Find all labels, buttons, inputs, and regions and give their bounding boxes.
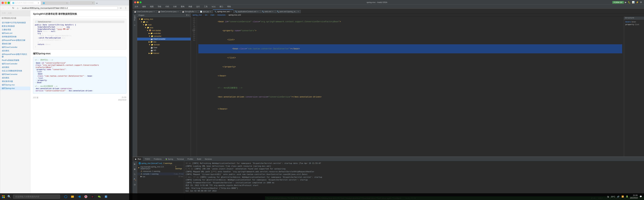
browser-tab-3[interactable]: 测试测试 - つる・平书...+ ✕ bbox=[70, 1, 95, 5]
home-btn[interactable]: ⌂ bbox=[16, 6, 19, 10]
tab-spring-mvc[interactable]: 🔧 spring-mvc.xml ✕ bbox=[213, 9, 234, 13]
tree-settings-btn[interactable]: ⚙ bbox=[186, 14, 188, 16]
nav-link-16[interactable]: 成功测试 bbox=[0, 76, 30, 80]
tab-ajax-jsp[interactable]: 📄 ajax.jsp ✕ bbox=[198, 10, 213, 13]
nav-link-17[interactable]: 测试请求问题 bbox=[0, 80, 30, 83]
browser-tab-2[interactable]: 🌐 localhost:8080/spring_mvc/user... ✕ bbox=[41, 1, 69, 5]
bottom-tab-todo[interactable]: TODO bbox=[143, 157, 152, 161]
menu-window[interactable]: 窗口 bbox=[219, 5, 224, 8]
profile-btn[interactable]: ⚡ bbox=[636, 1, 639, 4]
taskbar-icon-wechat[interactable] bbox=[96, 194, 102, 200]
run-tree-compile[interactable]: ⚠ compile: 1 warning 2 sec, 77 ms bbox=[137, 173, 184, 175]
tree-item-domain[interactable]: ▼ 📁 domain bbox=[137, 43, 191, 46]
taskbar-search-icon[interactable]: 🔍 bbox=[7, 194, 12, 199]
settings-btn[interactable]: ⚙ bbox=[640, 1, 642, 4]
breadcrumb-spring-mvc[interactable]: spring_mvc bbox=[192, 14, 202, 16]
nav-link-1[interactable]: 设计转换中文字乱码的转换器 bbox=[0, 21, 30, 24]
nav-link-10[interactable]: @RequestParam参数不同的注解 bbox=[0, 53, 30, 59]
taskbar-icon-explorer[interactable] bbox=[70, 194, 76, 200]
taskbar-datetime[interactable]: 21:55 2022/4/19 bbox=[630, 194, 638, 199]
tree-item-project[interactable]: ▼ 📁 spring_mvc bbox=[137, 18, 191, 20]
address-bar[interactable] bbox=[20, 6, 118, 9]
menu-vcs[interactable]: VCS bbox=[211, 5, 216, 8]
browser-tab-active[interactable]: 🌐 高马程序员最全SSM框架教程（一... ✕ bbox=[10, 1, 41, 5]
run-tree-resources[interactable]: ⚠ resources: 1 warning bbox=[137, 170, 184, 173]
tree-item-date-converter[interactable]: ☕ DateConverter bbox=[137, 38, 191, 40]
tree-item-main[interactable]: ▼ 📁 main bbox=[137, 23, 191, 26]
tree-item-vo[interactable]: ☕ VO bbox=[137, 49, 191, 52]
tree-item-dao[interactable]: ▶ 📁 dao bbox=[137, 40, 191, 43]
run-btn[interactable]: ▶ bbox=[624, 1, 627, 4]
structure-tab-list[interactable]: list bbox=[635, 24, 639, 26]
reload-btn[interactable]: ↻ bbox=[12, 6, 15, 10]
tab-app-context[interactable]: 🔧 applicationContext.xml ✕ bbox=[234, 10, 260, 13]
build-icon[interactable]: 🔨 bbox=[133, 178, 137, 182]
xml-editor[interactable]: 44 45 46 47 48 49 50 51 52 53 54 55 <bea… bbox=[191, 16, 644, 157]
run-tree-run[interactable]: ▶ run 10 sec bbox=[137, 175, 184, 178]
nav-link-15[interactable]: 编写DateConverter bbox=[0, 73, 30, 76]
menu-analyze[interactable]: 分析 bbox=[172, 5, 178, 8]
menu-navigate[interactable]: 导航 bbox=[157, 5, 162, 8]
breadcrumb-resources[interactable]: resources bbox=[217, 14, 226, 16]
bottom-tab-build[interactable]: Build bbox=[196, 157, 203, 161]
bottom-tab-terminal[interactable]: Terminal bbox=[175, 157, 186, 161]
back-btn[interactable]: ← bbox=[2, 6, 5, 10]
nav-link-12[interactable]: 编写UserController bbox=[0, 62, 30, 66]
run-tree-item-org[interactable]: ▼ org.example:spring_mvc:1.0-SNAPSHOT 2 … bbox=[137, 166, 184, 170]
menu-btn[interactable]: ⋮ bbox=[124, 6, 128, 10]
nav-link-18[interactable]: 编写Spring-mvc bbox=[0, 83, 30, 87]
menu-view[interactable]: 视图 bbox=[149, 5, 154, 8]
nav-link-3[interactable]: 注册处理器 bbox=[0, 28, 30, 31]
nav-link-14[interactable]: 自定义日期数据类型转换 bbox=[0, 69, 30, 73]
nav-link-7[interactable]: 通知给注解 bbox=[0, 42, 30, 45]
nav-link-5[interactable]: 请求数据类型转换 bbox=[0, 35, 30, 38]
menu-build[interactable]: 构建 bbox=[188, 5, 193, 8]
structure-tab-bean[interactable]: bean bbox=[632, 21, 636, 23]
tab-string-buffer[interactable]: ☕ StringBuffer ✕ bbox=[180, 10, 198, 13]
menu-run[interactable]: 运行 bbox=[196, 5, 200, 8]
debug-btn[interactable]: 🐛 bbox=[628, 1, 631, 4]
rerun-icon[interactable]: ↻ bbox=[133, 172, 136, 176]
browser-max-btn[interactable] bbox=[8, 2, 10, 4]
new-tab-btn[interactable]: + bbox=[96, 2, 98, 5]
run-config-icon[interactable]: ▶ bbox=[133, 162, 136, 166]
coverage-btn[interactable]: 📊 bbox=[632, 1, 635, 4]
menu-help[interactable]: 帮助 bbox=[226, 5, 232, 8]
tree-item-src[interactable]: ▼ 📁 src bbox=[137, 20, 191, 23]
bottom-tab-run[interactable]: ▶ Run bbox=[134, 157, 143, 161]
stop-icon[interactable]: ⏹ bbox=[133, 167, 136, 171]
bottom-tab-spring[interactable]: 🍃 Spring bbox=[164, 157, 175, 161]
taskbar-icon-intellij[interactable]: IJ bbox=[90, 194, 96, 200]
taskbar-icon-edge[interactable] bbox=[63, 194, 69, 200]
taskbar-icon-vscode[interactable] bbox=[76, 194, 82, 200]
structure-sidebar-btn[interactable]: ≡ bbox=[134, 23, 136, 27]
nav-link-11[interactable]: RestFul风格处理参数 bbox=[0, 59, 30, 62]
ide-close-btn[interactable] bbox=[134, 1, 136, 3]
nav-link-8[interactable]: 编写UserController bbox=[0, 45, 30, 49]
nav-link-4[interactable]: 编写web.xml bbox=[0, 31, 30, 35]
tab-date-converter[interactable]: ☕ DateConverter.java ✕ bbox=[156, 10, 180, 13]
nav-link-2[interactable]: 配置全局转换器 bbox=[0, 24, 30, 28]
taskbar-icon-typora[interactable]: T bbox=[103, 194, 109, 200]
breadcrumb-main[interactable]: main bbox=[210, 14, 214, 16]
tab-user-controller[interactable]: ☕ UserController.java ✕ bbox=[132, 10, 156, 13]
menu-code[interactable]: 代码 bbox=[165, 5, 170, 8]
ide-max-btn[interactable] bbox=[140, 1, 142, 3]
project-sidebar-label[interactable]: Project bbox=[134, 14, 136, 22]
tab-web-xml[interactable]: 🔧 web.xml ✕ bbox=[260, 10, 275, 13]
browser-min-btn[interactable] bbox=[4, 2, 7, 4]
notification-icon[interactable]: 💬 bbox=[640, 196, 642, 198]
tree-item-controller[interactable]: ▶ 📁 controller bbox=[137, 32, 191, 35]
nav-link-19[interactable]: 编写Spring-mvc bbox=[0, 87, 30, 90]
form-isf-btn[interactable]: FORM ISF bbox=[612, 1, 624, 4]
tree-item-user[interactable]: ☕ User bbox=[137, 46, 191, 49]
nav-link-13[interactable]: 成功测试 bbox=[0, 66, 30, 69]
structure-tab-beans[interactable]: beans bbox=[626, 21, 631, 23]
tab-pom-xml[interactable]: 🔧 pom.xml (spring_m... ✕ bbox=[275, 10, 301, 13]
menu-tools[interactable]: 工具 bbox=[203, 5, 208, 8]
taskbar-icon-chrome[interactable] bbox=[83, 194, 89, 200]
bottom-tab-services[interactable]: Services bbox=[203, 157, 214, 161]
nav-link-6[interactable]: @RequestParam参数的注解 bbox=[0, 38, 30, 42]
tree-collapse-btn[interactable]: ≡ bbox=[188, 14, 189, 16]
taskbar-search-input[interactable] bbox=[13, 195, 60, 199]
